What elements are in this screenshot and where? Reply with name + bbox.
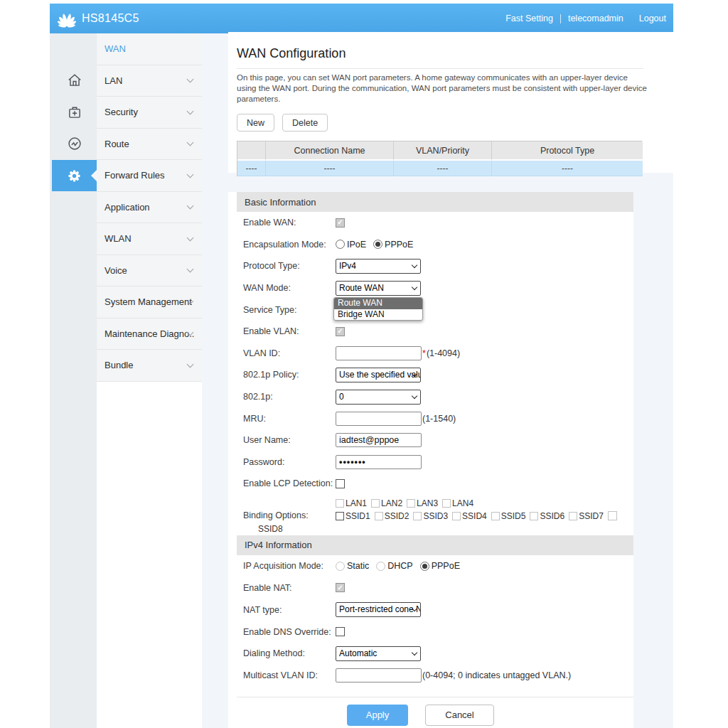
protocol-type-select[interactable]: IPv4 [336,259,421,274]
ssid8-label: SSID8 [258,523,633,535]
menu-item-label: Bundle [105,360,133,370]
menu-item-wlan[interactable]: WLAN [97,223,202,255]
title-divider [237,68,643,69]
form-row-enable-vlan: Enable VLAN: [228,321,633,343]
wan-connections-table: Connection Name VLAN/Priority Protocol T… [237,141,642,176]
field-label: Enable WAN: [243,218,336,228]
ssid1-label: SSID1 [346,511,370,521]
dns-override-checkbox[interactable] [336,627,345,636]
delete-button[interactable]: Delete [282,114,328,132]
dropdown-option-bridge-wan[interactable]: Bridge WAN [334,309,422,321]
rail-settings-tab[interactable] [52,160,97,191]
user-name-input[interactable] [336,433,422,447]
8021p-select[interactable]: 0 [336,390,421,405]
menu-item-label: Voice [105,265,127,276]
page-header-block: WAN Configuration On this page, you can … [228,32,673,173]
protocol-type-value: IPv4 [339,261,356,271]
logout-link[interactable]: Logout [639,14,666,23]
menu-item-label: Forward Rules [105,170,165,181]
form-row-ip-acquisition-mode: IP Acquisition Mode: Static DHCP PPPoE [228,555,633,577]
form-row-protocol-type: Protocol Type: IPv4 [228,255,633,277]
menu-item-label: Route [105,139,129,149]
field-label: MRU: [243,414,336,424]
form-row-multicast-vlan-id: Multicast VLAN ID: (0-4094; 0 indicates … [228,665,633,687]
ipoe-radio[interactable] [336,240,345,249]
field-label: Service Type: [243,305,336,315]
table-header-row: Connection Name VLAN/Priority Protocol T… [237,141,641,161]
menu-item-wan[interactable]: WAN [97,33,202,65]
rail-diagnostics-tab[interactable] [52,129,97,159]
field-label: Password: [243,457,336,467]
mru-input[interactable] [336,412,422,426]
binding-option: SSID3 [413,511,448,521]
vlan-id-input[interactable] [336,346,422,360]
ssid3-checkbox [413,512,422,520]
ssid2-checkbox [375,512,383,520]
new-button[interactable]: New [237,114,274,132]
form-row-enable-nat: Enable NAT: [228,577,633,599]
form-row-lcp-detection: Enable LCP Detection: [228,473,633,495]
rail-addon-tab[interactable] [52,97,97,127]
wan-settings-form: Basic Information Enable WAN: Encapsulat… [228,192,633,728]
cancel-button[interactable]: Cancel [425,705,494,726]
table-toolbar: New Delete [237,114,673,132]
ssid4-label: SSID4 [462,511,487,521]
section-basic-information: Basic Information [237,192,633,212]
menu-item-label: Security [105,107,138,117]
enable-nat-checkbox[interactable] [336,583,345,592]
form-row-dialing-method: Dialing Method: Automatic [228,643,633,665]
field-label: Enable DNS Override: [243,627,336,637]
fast-setting-link[interactable]: Fast Setting [505,14,553,23]
binding-option: SSID2 [375,511,410,521]
ssid7-checkbox [569,512,577,520]
menu-item-lan[interactable]: LAN [97,65,202,97]
form-row-binding-options: Binding Options: LAN1 LAN2 L [228,497,633,535]
wan-mode-select[interactable]: Route WAN [336,281,421,296]
ssid6-checkbox [530,512,538,520]
menu-item-forward-rules[interactable]: Forward Rules [97,160,202,192]
field-label: Protocol Type: [243,261,336,271]
form-row-enable-wan: Enable WAN: [228,212,633,234]
binding-option: LAN2 [371,498,402,508]
field-label: VLAN ID: [243,348,336,358]
form-row-8021p-policy: 802.1p Policy: Use the specified valu [228,364,633,386]
menu-item-route[interactable]: Route [97,129,202,161]
menu-item-system-management[interactable]: System Management [97,287,202,318]
form-row-service-type: Service Type: [228,299,633,321]
dialing-method-value: Automatic [339,648,377,658]
password-input[interactable] [336,455,422,469]
enable-lcp-checkbox[interactable] [336,479,345,488]
menu-item-maintenance-diagnose[interactable]: Maintenance Diagno.. [97,318,202,350]
dialing-method-select[interactable]: Automatic [336,646,421,661]
menu-item-bundle[interactable]: Bundle [97,350,202,382]
ssid2-label: SSID2 [385,511,410,521]
ssid7-label: SSID7 [579,511,604,521]
static-radio [336,562,345,571]
chevron-down-icon [412,392,417,398]
8021p-policy-select[interactable]: Use the specified valu [336,368,421,382]
device-model: HS8145C5 [82,12,139,25]
multicast-vlan-id-input[interactable] [336,668,422,682]
enable-vlan-checkbox[interactable] [336,327,345,336]
enable-wan-checkbox[interactable] [336,218,345,228]
table-row-selected[interactable]: ---- ---- ---- ---- [237,161,641,176]
column-header-protocol-type: Protocol Type [492,141,643,161]
multicast-vlan-hint: (0-4094; 0 indicates untagged VLAN.) [422,670,571,680]
chevron-down-icon [187,171,194,178]
ssid8-checkbox [608,511,617,520]
pppoe-radio[interactable] [373,240,382,249]
menu-item-label: Maintenance Diagno.. [105,328,194,339]
menu-item-voice[interactable]: Voice [97,255,202,287]
chevron-down-icon [187,107,194,114]
menu-item-label: WLAN [105,233,132,244]
ipv4-pppoe-radio[interactable] [420,562,429,571]
dropdown-option-route-wan[interactable]: Route WAN [334,298,422,309]
apply-button[interactable]: Apply [347,705,408,726]
menu-item-application[interactable]: Application [97,192,202,224]
binding-option: LAN1 [336,498,367,508]
nat-type-select[interactable]: Port-restricted cone N [336,602,421,617]
rail-home-tab[interactable] [52,65,97,96]
field-label: Multicast VLAN ID: [243,670,336,680]
menu-item-security[interactable]: Security [97,97,202,129]
ssid1-checkbox[interactable] [336,512,344,520]
